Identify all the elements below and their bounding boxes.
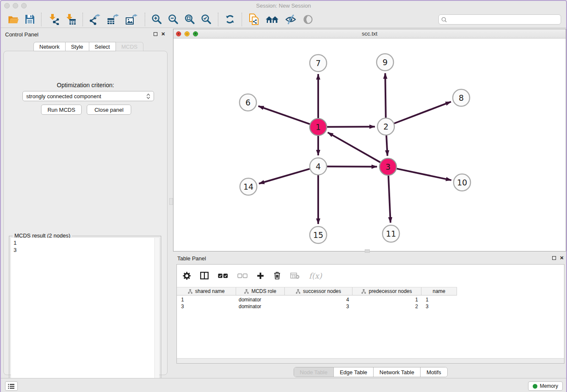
- cell-successor-nodes[interactable]: 3: [285, 303, 352, 310]
- tab-mcds[interactable]: MCDS: [116, 42, 143, 51]
- unchecked-boxes-icon: [237, 273, 248, 278]
- delete-column-button[interactable]: [273, 271, 281, 280]
- create-column-button[interactable]: [257, 272, 264, 279]
- column-header-successor-nodes[interactable]: successor nodes: [285, 287, 352, 295]
- task-history-button[interactable]: [5, 381, 18, 391]
- svg-text:2: 2: [383, 122, 388, 131]
- zoom-fit-button[interactable]: [184, 13, 195, 26]
- import-table-button[interactable]: [65, 13, 76, 26]
- graph-node-6[interactable]: 6: [239, 94, 256, 111]
- network-graph-canvas[interactable]: 1234678910111415: [173, 39, 565, 251]
- tab-edge-table[interactable]: Edge Table: [333, 367, 373, 377]
- float-panel-icon[interactable]: [552, 256, 556, 260]
- run-mcds-button[interactable]: Run MCDS: [41, 105, 82, 115]
- svg-text:3: 3: [385, 162, 391, 171]
- graph-node-8[interactable]: 8: [453, 89, 470, 106]
- global-search-field[interactable]: [438, 14, 561, 25]
- cell-predecessor-nodes[interactable]: 2: [352, 303, 421, 310]
- column-header-mcds-role[interactable]: MCDS role: [236, 287, 285, 295]
- cell-shared-name[interactable]: 1: [177, 296, 236, 303]
- import-network-button[interactable]: [48, 13, 59, 26]
- tab-network[interactable]: Network: [33, 42, 66, 51]
- svg-text:8: 8: [459, 93, 464, 102]
- result-scrollbar[interactable]: [154, 238, 159, 392]
- cell-successor-nodes[interactable]: 4: [285, 296, 352, 303]
- cell-shared-name[interactable]: 3: [177, 303, 236, 310]
- zoom-selected-button[interactable]: [201, 13, 212, 26]
- home-button[interactable]: [265, 13, 279, 26]
- select-all-columns-button[interactable]: [218, 273, 228, 278]
- export-image-button[interactable]: [126, 13, 138, 26]
- column-header-shared-name[interactable]: shared name: [177, 287, 236, 295]
- toolbar-separator: [83, 13, 83, 26]
- zoom-out-button[interactable]: [168, 13, 179, 26]
- export-network-button[interactable]: [89, 13, 101, 26]
- graph-node-7[interactable]: 7: [310, 55, 327, 72]
- control-panel: Control Panel × Network Style Select MCD…: [1, 29, 170, 378]
- table-header-row: shared name MCDS role successor nodes pr…: [177, 287, 457, 295]
- svg-text:4: 4: [316, 162, 321, 171]
- graph-edge-4-14[interactable]: [259, 169, 310, 184]
- float-panel-icon[interactable]: [154, 32, 157, 36]
- graph-edge-1-2[interactable]: [327, 127, 375, 127]
- graph-node-14[interactable]: 14: [240, 178, 257, 195]
- table-settings-button[interactable]: [183, 272, 191, 280]
- refresh-icon: [225, 14, 235, 25]
- search-input[interactable]: [449, 17, 558, 22]
- graph-edge-2-9[interactable]: [385, 73, 385, 118]
- open-session-button[interactable]: [8, 13, 19, 26]
- splitter-grip[interactable]: [169, 198, 173, 205]
- memory-button[interactable]: Memory: [528, 381, 563, 391]
- graph-edge-1-6[interactable]: [259, 106, 310, 124]
- graph-node-1[interactable]: 1: [310, 119, 327, 135]
- mcds-result-list[interactable]: 1 3: [11, 238, 159, 392]
- deselect-all-columns-button[interactable]: [237, 273, 248, 278]
- graph-edge-3-1[interactable]: [328, 133, 380, 163]
- column-header-name[interactable]: name: [421, 287, 457, 295]
- graph-node-3[interactable]: 3: [380, 158, 396, 175]
- graph-node-4[interactable]: 4: [310, 158, 327, 175]
- graph-edge-2-3[interactable]: [386, 135, 388, 156]
- column-header-predecessor-nodes[interactable]: predecessor nodes: [352, 287, 421, 295]
- result-line: 1: [14, 239, 159, 246]
- show-column-panel-button[interactable]: [200, 272, 209, 279]
- table-horizontal-scrollbar[interactable]: [177, 358, 564, 363]
- close-panel-button[interactable]: Close panel: [87, 105, 131, 115]
- hide-panels-button[interactable]: [285, 13, 297, 26]
- graph-node-10[interactable]: 10: [454, 174, 471, 191]
- table-row: 3 dominator 3 2 3: [177, 303, 457, 310]
- optimization-criterion-label: Optimization criterion:: [4, 82, 167, 88]
- splitter-grip[interactable]: [365, 249, 370, 253]
- tab-select[interactable]: Select: [89, 42, 116, 51]
- network-window-title: scc.txt: [173, 30, 566, 37]
- zoom-in-button[interactable]: [151, 13, 162, 26]
- close-panel-icon[interactable]: ×: [161, 32, 165, 36]
- criterion-select[interactable]: strongly connected component: [22, 91, 154, 101]
- graph-edge-3-10[interactable]: [397, 168, 451, 180]
- tab-style[interactable]: Style: [66, 42, 89, 51]
- duplicate-network-button[interactable]: [248, 13, 259, 26]
- cell-name[interactable]: 1: [421, 296, 457, 303]
- graph-edge-2-8[interactable]: [394, 102, 451, 123]
- delete-table-button-disabled: [290, 272, 300, 279]
- cell-name[interactable]: 3: [421, 303, 457, 310]
- main-toolbar: [1, 11, 566, 28]
- save-session-button[interactable]: [25, 13, 35, 26]
- close-panel-icon[interactable]: ×: [560, 256, 564, 260]
- cell-mcds-role[interactable]: dominator: [236, 303, 285, 310]
- zoom-fit-icon: [184, 14, 195, 25]
- tab-network-table[interactable]: Network Table: [373, 367, 420, 377]
- graph-node-15[interactable]: 15: [310, 226, 327, 243]
- cell-predecessor-nodes[interactable]: 1: [352, 296, 421, 303]
- graph-edge-4-3[interactable]: [327, 166, 377, 167]
- cell-mcds-role[interactable]: dominator: [236, 296, 285, 303]
- tab-node-table[interactable]: Node Table: [294, 367, 333, 377]
- eye-slash-icon: [285, 14, 297, 25]
- graph-node-9[interactable]: 9: [377, 54, 394, 71]
- export-table-button[interactable]: [107, 13, 120, 26]
- tab-motifs[interactable]: Motifs: [420, 367, 447, 377]
- graph-node-2[interactable]: 2: [377, 118, 394, 135]
- graph-node-11[interactable]: 11: [383, 225, 399, 242]
- graph-edge-3-11[interactable]: [388, 176, 391, 223]
- refresh-button[interactable]: [225, 13, 235, 26]
